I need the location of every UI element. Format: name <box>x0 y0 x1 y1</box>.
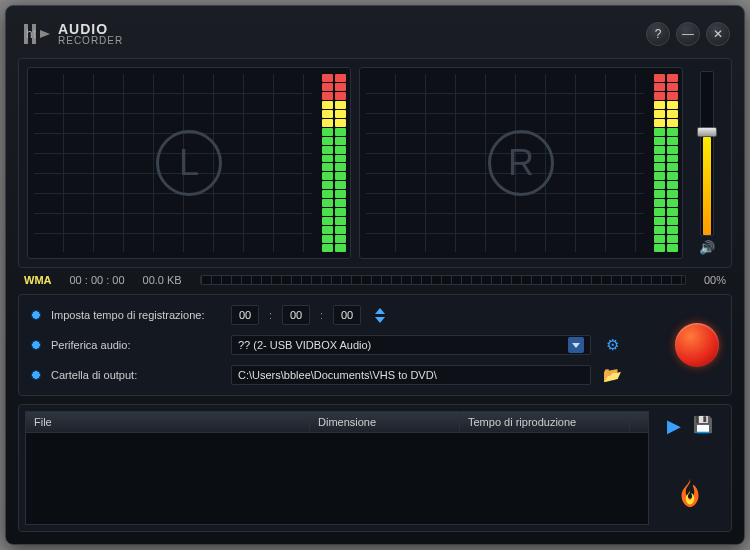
folder-icon: 📂 <box>603 366 622 383</box>
right-channel-label: R <box>488 130 554 196</box>
time-down-button[interactable] <box>375 317 385 323</box>
device-row: Periferica audio: ?? (2- USB VIDBOX Audi… <box>31 335 659 355</box>
right-vu-meter <box>650 68 682 258</box>
app-subtitle: RECORDER <box>58 36 123 46</box>
play-button[interactable]: ▶ <box>667 415 681 437</box>
side-buttons: ▶ 💾 <box>655 411 725 525</box>
progress-bar <box>200 275 686 285</box>
time-up-button[interactable] <box>375 308 385 314</box>
col-duration[interactable]: Tempo di riproduzione <box>460 412 630 432</box>
status-bar: WMA 00 : 00 : 00 00.0 KB 00% <box>12 270 738 290</box>
output-radio[interactable] <box>31 370 41 380</box>
device-radio[interactable] <box>31 340 41 350</box>
rec-time-row: Imposta tempo di registrazione: : : <box>31 305 659 325</box>
col-scroll <box>630 412 648 432</box>
svg-text:ht: ht <box>26 27 37 41</box>
app-window: ht AUDIO RECORDER ? — ✕ L R <box>5 5 745 545</box>
gear-icon: ⚙ <box>606 336 619 353</box>
progress-percent: 00% <box>704 274 726 286</box>
rec-time-radio[interactable] <box>31 310 41 320</box>
app-logo: ht AUDIO RECORDER <box>20 18 123 50</box>
brand-icon: ht <box>20 18 52 50</box>
record-button[interactable] <box>675 323 719 367</box>
chevron-down-icon <box>568 337 584 353</box>
format-label: WMA <box>24 274 52 286</box>
output-path-input[interactable] <box>231 365 591 385</box>
settings-panel: Imposta tempo di registrazione: : : Peri… <box>18 294 732 396</box>
speaker-icon[interactable]: 🔊 <box>699 240 715 255</box>
volume-slider[interactable] <box>700 71 714 236</box>
device-settings-button[interactable]: ⚙ <box>601 336 623 354</box>
volume-thumb[interactable] <box>697 127 717 137</box>
rec-seconds-input[interactable] <box>333 305 361 325</box>
close-button[interactable]: ✕ <box>706 22 730 46</box>
output-label: Cartella di output: <box>51 369 221 381</box>
elapsed-time: 00 : 00 : 00 <box>70 274 125 286</box>
flame-icon <box>673 476 707 510</box>
col-size[interactable]: Dimensione <box>310 412 460 432</box>
left-channel-label: L <box>156 130 222 196</box>
minimize-button[interactable]: — <box>676 22 700 46</box>
files-panel: File Dimensione Tempo di riproduzione ▶ … <box>18 404 732 532</box>
table-body <box>26 433 648 524</box>
col-file[interactable]: File <box>26 412 310 432</box>
save-button[interactable]: 💾 <box>693 415 713 437</box>
table-header: File Dimensione Tempo di riproduzione <box>26 412 648 433</box>
meters-panel: L R 🔊 <box>18 58 732 268</box>
right-channel: R <box>359 67 683 259</box>
titlebar: ht AUDIO RECORDER ? — ✕ <box>12 12 738 56</box>
output-row: Cartella di output: 📂 <box>31 365 659 385</box>
volume-panel: 🔊 <box>691 67 723 259</box>
app-title: AUDIO <box>58 22 123 36</box>
burn-button[interactable] <box>668 471 712 515</box>
files-table: File Dimensione Tempo di riproduzione <box>25 411 649 525</box>
rec-hours-input[interactable] <box>231 305 259 325</box>
left-vu-meter <box>318 68 350 258</box>
browse-folder-button[interactable]: 📂 <box>601 366 623 384</box>
left-channel: L <box>27 67 351 259</box>
file-size: 00.0 KB <box>143 274 182 286</box>
rec-minutes-input[interactable] <box>282 305 310 325</box>
help-button[interactable]: ? <box>646 22 670 46</box>
device-label: Periferica audio: <box>51 339 221 351</box>
device-value: ?? (2- USB VIDBOX Audio) <box>238 339 371 351</box>
device-dropdown[interactable]: ?? (2- USB VIDBOX Audio) <box>231 335 591 355</box>
rec-time-label: Imposta tempo di registrazione: <box>51 309 221 321</box>
